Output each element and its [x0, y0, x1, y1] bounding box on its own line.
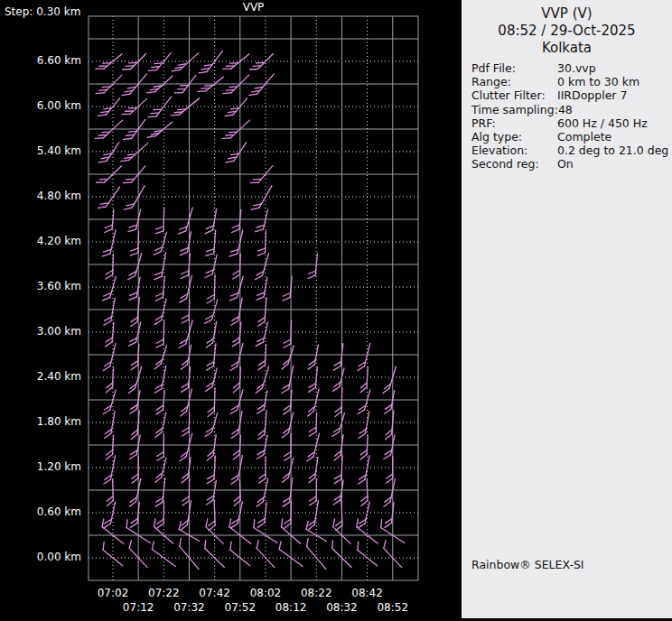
wind-barb [282, 346, 294, 369]
wind-barb [230, 390, 243, 414]
wind-barb [310, 479, 317, 505]
parameter-row: Pdf File:30.vvp [471, 61, 670, 75]
wind-barb [233, 367, 240, 393]
wind-barb [172, 53, 199, 71]
wind-barb [123, 54, 146, 70]
site-name: Kolkata [462, 40, 672, 57]
parameter-value: IIRDoppler 7 [557, 88, 627, 102]
wind-barb [154, 232, 166, 255]
wind-barb [361, 480, 368, 506]
wind-barb [229, 230, 243, 256]
wind-barb [230, 343, 243, 370]
x-axis-label: 08:22 [301, 587, 332, 599]
wind-barb [128, 209, 141, 232]
wind-barb [231, 456, 243, 484]
wind-barb [106, 255, 114, 279]
wind-barb [129, 322, 141, 346]
brand-footer: Rainbow® SELEX-SI [471, 558, 584, 571]
x-axis-label: 07:02 [98, 587, 129, 599]
parameter-row: PRF:600 Hz / 450 Hz [471, 116, 670, 130]
x-axis-label: 07:42 [199, 587, 230, 599]
wind-barb [155, 412, 166, 438]
wind-barb [255, 254, 268, 280]
wind-barb [307, 538, 326, 569]
info-panel: VVP (V) 08:52 / 29-Oct-2025 Kolkata Pdf … [462, 0, 672, 618]
wind-barb [148, 97, 172, 117]
wind-barb [124, 186, 145, 209]
wind-barb [358, 343, 370, 370]
parameter-value: On [557, 157, 574, 171]
x-axis-label: 08:32 [326, 601, 358, 614]
parameter-label: Time sampling: [471, 103, 558, 116]
wind-barb [336, 500, 342, 531]
parameter-value: Complete [557, 130, 611, 144]
wind-barb [105, 322, 113, 347]
wind-barb [383, 366, 396, 393]
wind-barb [182, 479, 190, 505]
y-axis-label: 1.80 km [0, 415, 81, 428]
wind-barb [178, 208, 192, 234]
wind-barb [257, 541, 275, 568]
parameter-label: PRF: [471, 116, 557, 130]
wind-barb [107, 480, 113, 506]
y-axis-label: 6.60 km [0, 54, 81, 67]
parameter-row: Alg type:Complete [471, 130, 670, 144]
wind-barb [249, 74, 275, 96]
wind-barb [256, 322, 267, 346]
wind-barb [308, 254, 317, 278]
wind-barb [102, 230, 116, 256]
wind-barb [282, 412, 293, 438]
wind-barb [182, 300, 190, 323]
parameter-label: Elevation: [471, 144, 557, 157]
wind-barb [181, 389, 192, 416]
wind-barb [205, 541, 225, 568]
parameter-label: Pdf File: [471, 61, 557, 75]
y-axis-label: 4.80 km [0, 190, 81, 202]
wind-barb [233, 255, 241, 279]
wind-barb [171, 98, 200, 116]
wind-barb [105, 209, 114, 232]
wind-barb [130, 231, 138, 255]
wind-barb [226, 143, 247, 162]
wind-barb [131, 345, 139, 370]
wind-barb [284, 320, 292, 348]
wind-barb [360, 436, 368, 460]
wind-barb [147, 122, 172, 137]
wind-barb [98, 98, 119, 116]
wind-barb [254, 520, 277, 543]
wind-barb [128, 254, 142, 280]
wind-barb [258, 411, 266, 440]
wind-barb [157, 502, 164, 528]
wind-barb [181, 254, 190, 278]
wind-barb [103, 390, 116, 414]
wind-barb [156, 320, 164, 348]
x-axis-label: 07:32 [173, 601, 205, 614]
parameter-value: 30.vvp [557, 61, 596, 75]
x-axis-label: 08:02 [250, 587, 282, 599]
wind-profile-chart-area: Step: 0.30 km VVP 6.60 km6.00 km5.40 km4… [0, 0, 459, 621]
product-datetime: 08:52 / 29-Oct-2025 [462, 23, 672, 40]
y-axis-label: 6.00 km [0, 99, 81, 112]
parameter-label: Range: [471, 75, 557, 88]
wind-barb [208, 388, 215, 417]
parameter-value: 0.2 deg to 21.0 deg [557, 144, 668, 157]
parameter-label: Alg type: [471, 130, 557, 144]
wind-barb [257, 231, 266, 255]
x-axis-label: 08:42 [351, 587, 383, 599]
wind-barb [102, 276, 116, 300]
wind-barb [106, 436, 113, 460]
wind-barb [358, 456, 369, 484]
wind-barb [206, 230, 216, 255]
parameter-value: 0 km to 30 km [557, 75, 639, 88]
wind-barb [386, 457, 392, 483]
wind-barb [179, 320, 192, 348]
wind-barb [122, 74, 147, 96]
x-axis-label: 07:52 [225, 601, 257, 614]
wind-barb [233, 436, 240, 460]
wind-barb [132, 457, 138, 483]
wind-barb [107, 367, 114, 393]
wind-barb [232, 209, 241, 232]
wind-barb [104, 502, 116, 528]
x-axis-label: 08:52 [377, 601, 408, 614]
wind-barb [257, 503, 266, 528]
